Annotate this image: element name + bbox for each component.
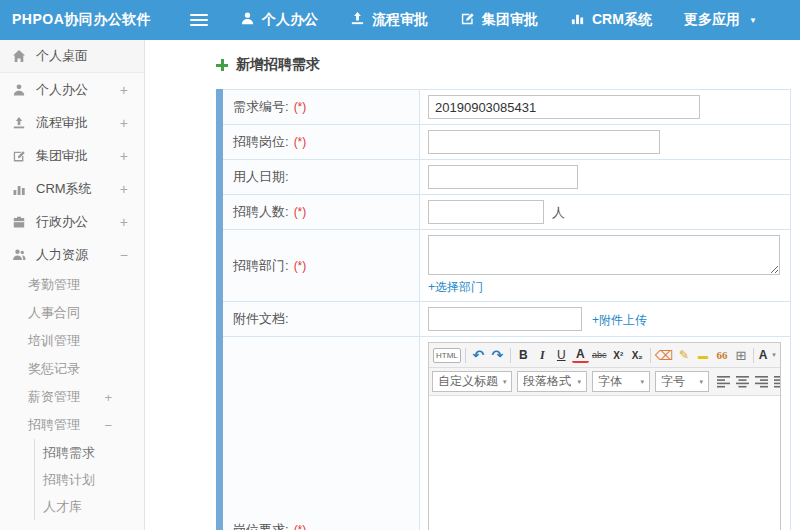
- highlight-icon[interactable]: ▬: [694, 346, 711, 364]
- custom-heading-dropdown[interactable]: 自定义标题▾: [432, 371, 512, 392]
- sidebar-item-attendance[interactable]: 考勤管理: [0, 271, 144, 299]
- top-nav: 个人办公 流程审批 集团审批 CRM系统 更多应用 ▼: [240, 11, 757, 29]
- form-row-demand-no: 需求编号:(*): [220, 90, 791, 125]
- required-mark: (*): [294, 523, 307, 530]
- form-row-position: 招聘岗位:(*): [220, 125, 791, 160]
- collapse-toggle-icon[interactable]: −: [120, 247, 128, 263]
- bar-chart-icon: [570, 11, 585, 29]
- editor-content-area[interactable]: [429, 396, 780, 530]
- font-color-icon[interactable]: A: [572, 348, 589, 363]
- sidebar-item-crm[interactable]: CRM系统 +: [0, 172, 144, 205]
- nav-more-apps[interactable]: 更多应用 ▼: [684, 11, 757, 29]
- sidebar-item-talent-pool[interactable]: 人才库: [35, 493, 144, 520]
- toolbar-separator: [650, 348, 651, 363]
- app-logo: PHPOA协同办公软件: [0, 11, 190, 29]
- redo-icon[interactable]: ↷: [489, 346, 506, 364]
- add-plus-icon: [216, 59, 228, 71]
- underline-icon[interactable]: U: [553, 346, 570, 364]
- chevron-down-icon: ▾: [699, 378, 703, 386]
- bold-icon[interactable]: B: [515, 346, 532, 364]
- sidebar-item-admin-office[interactable]: 行政办公 +: [0, 205, 144, 238]
- sidebar-item-label: 招聘管理: [28, 416, 80, 434]
- font-family-dropdown[interactable]: 字体▾: [592, 371, 650, 392]
- sidebar-item-label: 人力资源: [36, 246, 88, 264]
- sidebar-item-label: 人事合同: [28, 304, 80, 322]
- sidebar-item-personal-office[interactable]: 个人办公 +: [0, 73, 144, 106]
- expand-toggle-icon[interactable]: +: [120, 82, 128, 98]
- undo-icon[interactable]: ↶: [470, 346, 487, 364]
- subscript-icon[interactable]: X₂: [629, 346, 646, 364]
- sidebar-item-salary[interactable]: 薪资管理 +: [0, 383, 144, 411]
- sidebar-item-label: CRM系统: [36, 180, 92, 198]
- nav-label: 流程审批: [372, 11, 428, 29]
- expand-toggle-icon[interactable]: +: [104, 390, 112, 405]
- select-department-link[interactable]: +选择部门: [428, 280, 483, 294]
- sidebar-item-group-approval[interactable]: 集团审批 +: [0, 139, 144, 172]
- sidebar-item-recruit-demand[interactable]: 招聘需求: [35, 439, 144, 466]
- align-center-icon[interactable]: [734, 373, 751, 390]
- field-label: 岗位要求:: [233, 522, 289, 530]
- nav-crm-system[interactable]: CRM系统: [570, 11, 652, 29]
- sidebar-item-workflow-approval[interactable]: 流程审批 +: [0, 106, 144, 139]
- sidebar-item-label: 个人办公: [36, 81, 88, 99]
- user-icon: [240, 11, 255, 29]
- edit-icon: [12, 149, 27, 163]
- sidebar-item-hr-contract[interactable]: 人事合同: [0, 299, 144, 327]
- format-painter-icon[interactable]: ✎: [675, 346, 692, 364]
- required-mark: (*): [294, 100, 307, 114]
- align-justify-icon[interactable]: [772, 373, 780, 390]
- chevron-down-icon: ▾: [772, 351, 776, 359]
- html-source-button[interactable]: HTML: [433, 348, 461, 363]
- form-row-department: 招聘部门:(*) +选择部门: [220, 230, 791, 302]
- remove-format-icon[interactable]: ⌫: [655, 346, 674, 364]
- paragraph-format-dropdown[interactable]: 段落格式▾: [517, 371, 587, 392]
- font-size-dropdown[interactable]: 字号▾: [655, 371, 709, 392]
- nav-group-approval[interactable]: 集团审批: [460, 11, 538, 29]
- sidebar-item-training[interactable]: 培训管理: [0, 327, 144, 355]
- sidebar-item-label: 流程审批: [36, 114, 88, 132]
- attachment-upload-link[interactable]: +附件上传: [592, 313, 647, 327]
- sidebar-item-label: 培训管理: [28, 332, 80, 350]
- expand-toggle-icon[interactable]: +: [120, 148, 128, 164]
- position-input[interactable]: [428, 130, 660, 154]
- superscript-icon[interactable]: X²: [610, 346, 627, 364]
- nav-personal-office[interactable]: 个人办公: [240, 11, 318, 29]
- expand-toggle-icon[interactable]: +: [120, 181, 128, 197]
- sidebar-item-rewards[interactable]: 奖惩记录: [0, 355, 144, 383]
- chevron-down-icon: ▾: [640, 378, 644, 386]
- field-label-cell: 需求编号:(*): [220, 90, 420, 125]
- department-textarea[interactable]: [428, 235, 780, 275]
- headcount-input[interactable]: [428, 200, 544, 224]
- sidebar-item-label: 行政办公: [36, 213, 88, 231]
- hamburger-icon[interactable]: [190, 11, 210, 29]
- hire-date-input[interactable]: [428, 165, 578, 189]
- recruit-submenu: 招聘需求 招聘计划 人才库: [34, 439, 144, 520]
- chevron-down-icon: ▼: [749, 16, 757, 25]
- collapse-toggle-icon[interactable]: −: [104, 418, 112, 433]
- nav-workflow-approval[interactable]: 流程审批: [350, 11, 428, 29]
- blockquote-icon[interactable]: 66: [713, 346, 730, 364]
- field-label: 附件文档:: [233, 311, 289, 326]
- sidebar-item-label: 人才库: [43, 498, 82, 516]
- chevron-down-icon: ▾: [577, 378, 581, 386]
- expand-toggle-icon[interactable]: +: [120, 214, 128, 230]
- upload-icon: [350, 11, 365, 29]
- attachment-input[interactable]: [428, 307, 582, 331]
- align-left-icon[interactable]: [715, 373, 732, 390]
- sidebar-item-recruit-plan[interactable]: 招聘计划: [35, 466, 144, 493]
- demand-no-input[interactable]: [428, 95, 700, 119]
- topbar: PHPOA协同办公软件 个人办公 流程审批 集团审批 CRM系统 更多应用 ▼: [0, 0, 800, 40]
- nav-label: CRM系统: [592, 11, 652, 29]
- sidebar-item-hr[interactable]: 人力资源 −: [0, 238, 144, 271]
- italic-icon[interactable]: I: [534, 346, 551, 364]
- font-size-icon[interactable]: A▾: [758, 346, 776, 364]
- sidebar-item-desktop[interactable]: 个人桌面: [0, 40, 144, 73]
- align-right-icon[interactable]: [753, 373, 770, 390]
- page-title: 新增招聘需求: [236, 56, 320, 74]
- sidebar-item-recruit-mgmt[interactable]: 招聘管理 −: [0, 411, 144, 439]
- strikethrough-icon[interactable]: abc: [591, 346, 608, 364]
- expand-toggle-icon[interactable]: +: [120, 115, 128, 131]
- briefcase-icon: [12, 215, 27, 229]
- required-mark: (*): [294, 205, 307, 219]
- table-icon[interactable]: ⊞: [732, 346, 749, 364]
